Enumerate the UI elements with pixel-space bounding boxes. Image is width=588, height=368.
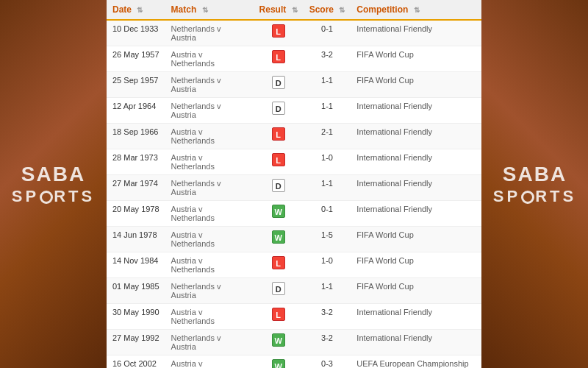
cell-result: W [254,201,304,227]
col-header-competition[interactable]: Competition ⇅ [351,0,481,20]
cell-date: 12 Apr 1964 [107,98,165,124]
cell-date: 10 Dec 1933 [107,20,165,46]
right-logo-saba: SABA [493,162,576,187]
cell-result: W [254,227,304,252]
result-badge: L [272,50,285,63]
cell-competition: FIFA World Cup [351,278,481,304]
cell-competition: UEFA European Championship [351,355,481,369]
cell-result: W [254,330,304,355]
cell-score: 1-5 [304,227,351,252]
cell-competition: International Friendly [351,98,481,124]
cell-result: L [254,252,304,278]
cell-match: Austria v Netherlands [165,252,254,278]
cell-date: 28 Mar 1973 [107,149,165,175]
col-header-match[interactable]: Match ⇅ [165,0,254,20]
cell-match: Netherlands v Austria [165,278,254,304]
cell-score: 3-2 [304,304,351,330]
result-badge: L [272,256,285,269]
cell-result: D [254,98,304,124]
cell-competition: International Friendly [351,124,481,149]
cell-competition: International Friendly [351,175,481,201]
cell-date: 18 Sep 1966 [107,124,165,149]
table-row: 30 May 1990Austria v NetherlandsL3-2Inte… [107,304,481,330]
result-badge: W [272,230,285,244]
right-background: SABA SPRTS [481,0,588,368]
cell-competition: International Friendly [351,330,481,355]
cell-result: D [254,175,304,201]
cell-competition: International Friendly [351,201,481,227]
cell-result: L [254,304,304,330]
cell-competition: FIFA World Cup [351,72,481,98]
cell-result: L [254,124,304,149]
cell-score: 1-1 [304,72,351,98]
cell-date: 01 May 1985 [107,278,165,304]
result-badge: D [272,179,285,192]
cell-result: L [254,20,304,46]
table-row: 12 Apr 1964Netherlands v AustriaD1-1Inte… [107,98,481,124]
sort-icon-date: ⇅ [137,6,143,14]
table-row: 27 May 1992Netherlands v AustriaW3-2Inte… [107,330,481,355]
left-logo: SABA SPRTS [12,162,95,206]
cell-date: 30 May 1990 [107,304,165,330]
cell-match: Austria v Netherlands [165,124,254,149]
table-row: 16 Oct 2002Austria v NetherlandsW0-3UEFA… [107,355,481,369]
cell-match: Austria v Netherlands [165,201,254,227]
sort-icon-score: ⇅ [339,6,345,14]
cell-date: 20 May 1978 [107,201,165,227]
matches-table: Date ⇅ Match ⇅ Result ⇅ Score ⇅ Competit… [107,0,481,368]
cell-score: 3-2 [304,46,351,72]
cell-date: 25 Sep 1957 [107,72,165,98]
table-header-row: Date ⇅ Match ⇅ Result ⇅ Score ⇅ Competit… [107,0,481,20]
table-row: 14 Nov 1984Austria v NetherlandsL1-0FIFA… [107,252,481,278]
left-logo-saba: SABA [12,162,95,187]
cell-match: Netherlands v Austria [165,175,254,201]
cell-date: 16 Oct 2002 [107,355,165,369]
cell-match: Austria v Netherlands [165,46,254,72]
cell-result: D [254,72,304,98]
result-badge: D [272,102,285,115]
sort-icon-match: ⇅ [202,6,208,14]
cell-result: D [254,278,304,304]
table-row: 18 Sep 1966Austria v NetherlandsL2-1Inte… [107,124,481,149]
cell-date: 14 Jun 1978 [107,227,165,252]
cell-match: Austria v Netherlands [165,227,254,252]
cell-score: 0-1 [304,20,351,46]
cell-competition: International Friendly [351,20,481,46]
result-badge: L [272,308,285,321]
table-row: 20 May 1978Austria v NetherlandsW0-1Inte… [107,201,481,227]
sort-icon-competition: ⇅ [414,6,420,14]
cell-competition: International Friendly [351,304,481,330]
col-header-result[interactable]: Result ⇅ [254,0,304,20]
result-badge: W [272,205,285,218]
col-header-date[interactable]: Date ⇅ [107,0,165,20]
cell-date: 27 Mar 1974 [107,175,165,201]
cell-match: Netherlands v Austria [165,98,254,124]
cell-score: 1-0 [304,149,351,175]
right-logo-sports: SPRTS [493,187,576,206]
cell-match: Netherlands v Austria [165,330,254,355]
table-row: 01 May 1985Netherlands v AustriaD1-1FIFA… [107,278,481,304]
cell-score: 0-1 [304,201,351,227]
result-badge: W [272,359,285,368]
col-header-score[interactable]: Score ⇅ [304,0,351,20]
result-badge: W [272,333,285,347]
cell-match: Austria v Netherlands [165,355,254,369]
result-badge: L [272,24,285,38]
cell-score: 2-1 [304,124,351,149]
left-background: SABA SPRTS [0,0,107,368]
sort-icon-result: ⇅ [292,6,298,14]
cell-date: 27 May 1992 [107,330,165,355]
cell-score: 1-1 [304,98,351,124]
cell-score: 1-1 [304,175,351,201]
cell-date: 14 Nov 1984 [107,252,165,278]
cell-result: W [254,355,304,369]
cell-match: Austria v Netherlands [165,304,254,330]
cell-competition: FIFA World Cup [351,46,481,72]
cell-competition: International Friendly [351,149,481,175]
cell-result: L [254,46,304,72]
result-badge: L [272,153,285,166]
cell-match: Netherlands v Austria [165,20,254,46]
table-container: Date ⇅ Match ⇅ Result ⇅ Score ⇅ Competit… [107,0,481,368]
table-row: 25 Sep 1957Netherlands v AustriaD1-1FIFA… [107,72,481,98]
result-badge: D [272,76,285,89]
